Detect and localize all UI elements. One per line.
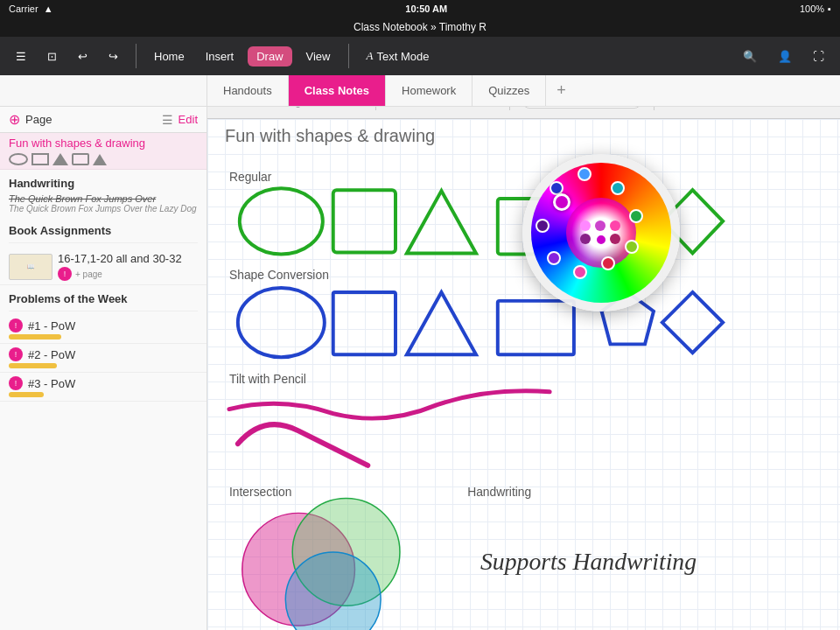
menu-button[interactable]: ☰	[9, 46, 33, 66]
sidebar-icon: ⊡	[47, 50, 57, 63]
conv-oval	[238, 288, 325, 357]
conv-rect	[498, 301, 574, 354]
carrier-label: Carrier	[9, 4, 38, 14]
battery-icon: ▪	[828, 4, 831, 14]
tilt-stroke-2	[238, 424, 368, 466]
pow3-icon: !	[9, 376, 23, 390]
conv-diamond	[662, 292, 723, 353]
text-mode-button[interactable]: A Text Mode	[360, 46, 437, 66]
shape-rect	[32, 153, 49, 165]
handwriting-heading: Handwriting	[0, 170, 206, 193]
view-label: View	[306, 50, 331, 63]
regular-triangle	[407, 191, 476, 253]
color-wheel[interactable]	[531, 163, 671, 303]
color-wheel-inner[interactable]	[566, 198, 636, 268]
color-dot-teal[interactable]	[611, 181, 625, 195]
inner-dot-3[interactable]	[610, 220, 620, 231]
book-pages-title: 16-17,1-20 all and 30-32	[58, 252, 182, 265]
conv-square	[333, 292, 396, 354]
inner-dot-4[interactable]	[580, 234, 591, 244]
color-dot-green[interactable]	[629, 209, 643, 223]
shape-rect2	[72, 153, 89, 165]
toolbar: ☰ ⊡ ↩ ↪ Home Insert Draw View A Text Mod…	[0, 37, 840, 75]
insert-button[interactable]: Insert	[199, 46, 242, 66]
fullscreen-icon: ⛶	[813, 50, 824, 63]
sidebar-toggle-button[interactable]: ⊡	[40, 46, 64, 66]
inner-dot-5[interactable]	[610, 234, 620, 244]
pow2-icon: !	[9, 347, 23, 361]
pow-item-2[interactable]: ! #2 - PoW	[0, 344, 206, 373]
pow1-title: #1 - PoW	[28, 319, 75, 332]
sidebar-item-fun-shapes[interactable]: Fun with shapes & drawing	[0, 133, 206, 170]
home-button[interactable]: Home	[147, 46, 192, 66]
shape-triangle	[52, 153, 68, 165]
handwriting-text-preview: The Quick Brown Fox Jumps Over The Quick…	[0, 193, 206, 217]
shapes-canvas[interactable]: Regular Shape Conversion	[207, 119, 840, 630]
color-dot-yellow-green[interactable]	[625, 240, 639, 254]
sep2	[348, 44, 349, 68]
intersection-label: Intersection	[229, 485, 292, 499]
undo-button[interactable]: ↩	[71, 46, 94, 66]
pow-divider	[0, 309, 206, 315]
tab-handouts[interactable]: Handouts	[207, 75, 289, 106]
tab-class-notes[interactable]: Class Notes	[289, 75, 386, 106]
tab-quizzes[interactable]: Quizzes	[472, 75, 546, 106]
sidebar: Timothy R ↩ ⊕ Page ☰ Edit Fun with shape…	[0, 75, 207, 630]
sep1	[136, 44, 136, 68]
handwriting-text: Supports Handwriting	[480, 548, 696, 575]
tab-add-button[interactable]: +	[546, 75, 577, 106]
pow-heading[interactable]: Problems of the Week	[0, 285, 206, 309]
color-dot-magenta[interactable]	[553, 193, 570, 211]
undo-icon: ↩	[78, 50, 88, 63]
book-assignments-heading[interactable]: Book Assignments	[0, 217, 206, 241]
handwriting-section-label: Handwriting	[467, 485, 531, 499]
title-bar: Class Notebook » Timothy R	[0, 18, 840, 37]
color-dot-pink[interactable]	[573, 265, 587, 279]
home-label: Home	[154, 50, 185, 63]
sidebar-item-book-pages[interactable]: 📖 16-17,1-20 all and 30-32 ! + page	[0, 248, 206, 285]
regular-square	[333, 190, 396, 252]
pow2-title: #2 - PoW	[28, 348, 75, 361]
inner-dot-selected[interactable]	[595, 234, 607, 246]
color-dot-red[interactable]	[601, 256, 615, 270]
insert-label: Insert	[206, 50, 234, 63]
view-button[interactable]: View	[299, 46, 338, 66]
color-dot-purple[interactable]	[547, 251, 561, 265]
inner-dot-2[interactable]	[595, 220, 606, 231]
color-dot-light-blue[interactable]	[578, 167, 592, 181]
fun-shapes-title: Fun with shapes & drawing	[9, 136, 198, 150]
tab-homework[interactable]: Homework	[386, 75, 472, 106]
redo-button[interactable]: ↪	[102, 46, 125, 66]
book-icon: !	[58, 267, 72, 281]
draw-button[interactable]: Draw	[248, 46, 291, 66]
pow3-bar	[9, 392, 44, 397]
tabs-bar: Handouts Class Notes Homework Quizzes +	[0, 75, 840, 107]
inner-colors	[580, 220, 622, 246]
list-icon: ☰	[162, 113, 173, 127]
text-icon: A	[367, 49, 374, 63]
tabs-sidebar-spacer	[0, 75, 207, 106]
status-bar: Carrier ▲ 10:50 AM 100% ▪	[0, 0, 840, 18]
fullscreen-button[interactable]: ⛶	[806, 46, 831, 66]
inner-dot-1[interactable]	[580, 220, 591, 231]
tilt-label: Tilt with Pencil	[229, 372, 306, 386]
color-picker[interactable]	[522, 154, 680, 312]
conv-triangle	[407, 292, 476, 354]
pow-item-3[interactable]: ! #3 - PoW	[0, 373, 206, 402]
pow1-icon: !	[9, 318, 23, 332]
shape-oval	[9, 153, 28, 165]
search-button[interactable]: 🔍	[736, 46, 764, 66]
redo-icon: ↪	[108, 50, 118, 63]
shape-diamond-half	[93, 154, 107, 165]
color-dot-dark-purple[interactable]	[536, 219, 550, 233]
text-mode-label: Text Mode	[376, 50, 429, 63]
menu-icon: ☰	[16, 50, 26, 63]
tilt-stroke-1	[229, 391, 550, 418]
add-page-label: + page	[75, 270, 102, 279]
account-button[interactable]: 👤	[771, 46, 799, 66]
pow3-title: #3 - PoW	[28, 377, 75, 390]
add-page-icon[interactable]: ⊕	[9, 111, 20, 128]
pow-item-1[interactable]: ! #1 - PoW	[0, 315, 206, 344]
edit-button[interactable]: Edit	[178, 113, 198, 126]
notebook-title: Class Notebook » Timothy R	[354, 21, 486, 33]
